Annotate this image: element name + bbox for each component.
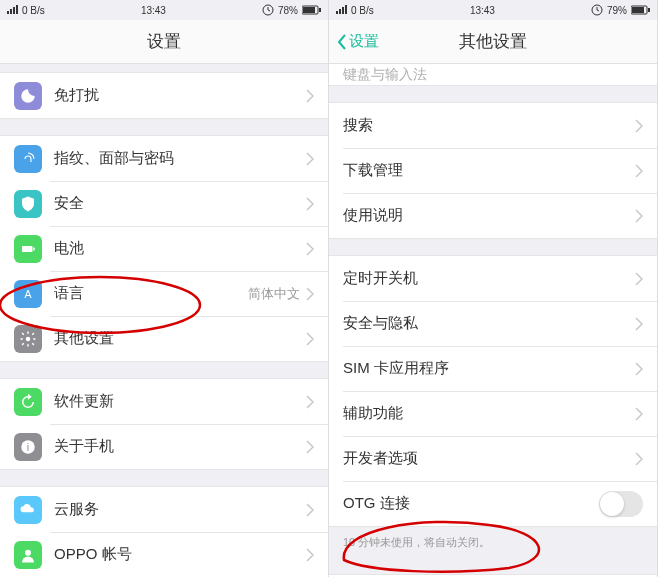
chevron-right-icon bbox=[306, 242, 314, 256]
nav-bar: 设置 bbox=[0, 20, 328, 64]
svg-point-7 bbox=[26, 336, 31, 341]
row-sim-apps[interactable]: SIM 卡应用程序 bbox=[329, 346, 657, 391]
row-other-settings[interactable]: 其他设置 bbox=[0, 316, 328, 361]
row-label: 键盘与输入法 bbox=[343, 66, 427, 84]
chevron-right-icon bbox=[306, 287, 314, 301]
moon-icon bbox=[14, 82, 42, 110]
oppo-icon bbox=[14, 541, 42, 569]
svg-rect-5 bbox=[33, 247, 35, 250]
chevron-right-icon bbox=[635, 317, 643, 331]
row-scheduled-power[interactable]: 定时开关机 bbox=[329, 256, 657, 301]
row-search[interactable]: 搜索 bbox=[329, 103, 657, 148]
chevron-right-icon bbox=[635, 119, 643, 133]
update-icon bbox=[14, 388, 42, 416]
row-label: 语言 bbox=[54, 284, 248, 303]
row-label: 关于手机 bbox=[54, 437, 306, 456]
row-language[interactable]: A 语言 简体中文 bbox=[0, 271, 328, 316]
row-developer-options[interactable]: 开发者选项 bbox=[329, 436, 657, 481]
chevron-left-icon bbox=[337, 34, 347, 50]
chevron-right-icon bbox=[635, 164, 643, 178]
chevron-right-icon bbox=[306, 197, 314, 211]
info-icon: i bbox=[14, 433, 42, 461]
chevron-right-icon bbox=[306, 89, 314, 103]
svg-text:i: i bbox=[27, 440, 29, 452]
row-oppo-account[interactable]: OPPO 帐号 bbox=[0, 532, 328, 577]
otg-toggle[interactable] bbox=[599, 491, 643, 517]
svg-rect-2 bbox=[303, 7, 315, 13]
row-label: 安全 bbox=[54, 194, 306, 213]
fingerprint-icon bbox=[14, 145, 42, 173]
chevron-right-icon bbox=[306, 332, 314, 346]
chevron-right-icon bbox=[635, 209, 643, 223]
row-user-guide[interactable]: 使用说明 bbox=[329, 193, 657, 238]
chevron-right-icon bbox=[306, 503, 314, 517]
chevron-right-icon bbox=[635, 362, 643, 376]
svg-point-10 bbox=[25, 549, 31, 555]
row-label: 开发者选项 bbox=[343, 449, 635, 468]
content-scroll[interactable]: 键盘与输入法 搜索 下载管理 使用说明 定时开关机 安全与隐私 bbox=[329, 64, 657, 577]
net-speed: 0 B/s bbox=[351, 5, 374, 16]
status-bar: 0 B/s 13:43 78% bbox=[0, 0, 328, 20]
row-software-update[interactable]: 软件更新 bbox=[0, 379, 328, 424]
svg-rect-15 bbox=[632, 7, 644, 13]
row-label: 定时开关机 bbox=[343, 269, 635, 288]
gear-icon bbox=[14, 325, 42, 353]
row-fingerprint[interactable]: 指纹、面部与密码 bbox=[0, 136, 328, 181]
row-label: 使用说明 bbox=[343, 206, 635, 225]
row-label: OPPO 帐号 bbox=[54, 545, 306, 564]
row-label: 下载管理 bbox=[343, 161, 635, 180]
row-label: 电池 bbox=[54, 239, 306, 258]
chevron-right-icon bbox=[306, 440, 314, 454]
row-cloud[interactable]: 云服务 bbox=[0, 487, 328, 532]
chevron-right-icon bbox=[635, 407, 643, 421]
otg-note: 10 分钟未使用，将自动关闭。 bbox=[329, 527, 657, 558]
other-settings-panel-right: 0 B/s 13:43 79% 设置 其他设置 键盘与输入法 搜索 下载管理 bbox=[329, 0, 658, 577]
lang-icon: A bbox=[14, 280, 42, 308]
row-label: 其他设置 bbox=[54, 329, 306, 348]
chevron-right-icon bbox=[306, 152, 314, 166]
chevron-right-icon bbox=[306, 395, 314, 409]
back-button[interactable]: 设置 bbox=[337, 32, 379, 51]
svg-rect-3 bbox=[319, 8, 321, 12]
status-bar: 0 B/s 13:43 79% bbox=[329, 0, 657, 20]
row-label: 搜索 bbox=[343, 116, 635, 135]
row-security-privacy[interactable]: 安全与隐私 bbox=[329, 301, 657, 346]
nav-bar: 设置 其他设置 bbox=[329, 20, 657, 64]
row-dnd[interactable]: 免打扰 bbox=[0, 73, 328, 118]
row-accessibility[interactable]: 辅助功能 bbox=[329, 391, 657, 436]
row-detail: 简体中文 bbox=[248, 285, 300, 303]
page-title: 设置 bbox=[147, 30, 181, 53]
status-time: 13:43 bbox=[470, 5, 495, 16]
back-label: 设置 bbox=[349, 32, 379, 51]
content-scroll[interactable]: 免打扰 指纹、面部与密码 安全 电池 A 语言 bbox=[0, 64, 328, 577]
svg-rect-16 bbox=[648, 8, 650, 12]
row-battery[interactable]: 电池 bbox=[0, 226, 328, 271]
settings-panel-left: 0 B/s 13:43 78% 设置 免打扰 指纹、面部与密码 bbox=[0, 0, 329, 577]
status-time: 13:43 bbox=[141, 5, 166, 16]
svg-rect-4 bbox=[22, 246, 33, 252]
row-partial-top[interactable]: 键盘与输入法 bbox=[329, 64, 657, 86]
row-download-manager[interactable]: 下载管理 bbox=[329, 148, 657, 193]
row-label: SIM 卡应用程序 bbox=[343, 359, 635, 378]
shield-icon bbox=[14, 190, 42, 218]
row-label: 免打扰 bbox=[54, 86, 306, 105]
row-otg[interactable]: OTG 连接 bbox=[329, 481, 657, 526]
row-label: 指纹、面部与密码 bbox=[54, 149, 306, 168]
net-speed: 0 B/s bbox=[22, 5, 45, 16]
chevron-right-icon bbox=[635, 272, 643, 286]
battery-pct: 79% bbox=[607, 5, 627, 16]
row-security[interactable]: 安全 bbox=[0, 181, 328, 226]
svg-text:A: A bbox=[24, 287, 31, 299]
row-label: 云服务 bbox=[54, 500, 306, 519]
battery-pct: 78% bbox=[278, 5, 298, 16]
row-label: OTG 连接 bbox=[343, 494, 599, 513]
row-about-phone[interactable]: i 关于手机 bbox=[0, 424, 328, 469]
page-title: 其他设置 bbox=[459, 30, 527, 53]
row-label: 辅助功能 bbox=[343, 404, 635, 423]
row-label: 安全与隐私 bbox=[343, 314, 635, 333]
battery-icon bbox=[14, 235, 42, 263]
row-label: 软件更新 bbox=[54, 392, 306, 411]
chevron-right-icon bbox=[635, 452, 643, 466]
cloud-icon bbox=[14, 496, 42, 524]
chevron-right-icon bbox=[306, 548, 314, 562]
